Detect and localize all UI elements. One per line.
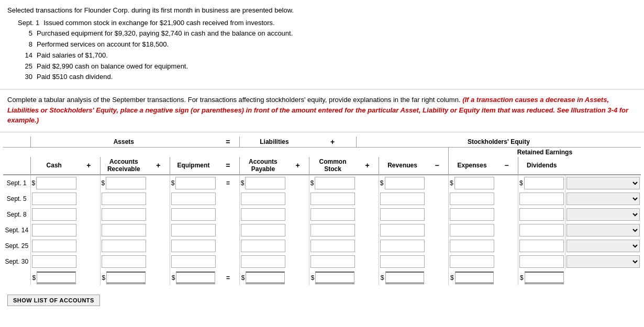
cash-header: Cash [30, 157, 77, 175]
table-section: Assets = Liabilities + Stockholders' Equ… [0, 132, 644, 290]
revenues-input-sept1[interactable] [385, 177, 425, 189]
common-input-sept1[interactable] [315, 177, 355, 189]
ar-input-sept5[interactable] [102, 193, 147, 205]
revenues-input-sept8[interactable] [380, 208, 425, 221]
dividends-total[interactable] [525, 272, 564, 284]
ap-input-sept5[interactable] [241, 193, 286, 205]
expenses-input-sept1[interactable] [454, 177, 495, 189]
expenses-total[interactable] [455, 272, 494, 284]
ap-total[interactable] [246, 272, 285, 284]
equals-op: = [217, 137, 239, 148]
ar-input-sept30[interactable] [102, 255, 147, 268]
equipment-input-sept1[interactable] [175, 177, 216, 189]
cash-input-sept1[interactable] [36, 177, 76, 189]
explanation-select-sept14[interactable] [567, 224, 640, 236]
expenses-input-sept5[interactable] [450, 193, 495, 205]
cash-input-sept5[interactable] [32, 193, 77, 205]
expenses-input-sept25[interactable] [450, 240, 495, 252]
row-label-sept30: Sept. 30 [3, 254, 30, 269]
common-input-sept14[interactable] [310, 224, 356, 236]
assets-header: Assets [30, 137, 217, 148]
expenses-input-sept30[interactable] [450, 255, 495, 268]
list-item: 14 Paid salaries of $1,700. [18, 50, 637, 61]
equipment-input-sept14[interactable] [171, 224, 216, 236]
ar-input-sept14[interactable] [102, 224, 147, 236]
table-row: Sept. 30 [3, 254, 641, 269]
dividends-input-sept8[interactable] [519, 208, 564, 221]
common-input-sept8[interactable] [310, 208, 356, 221]
ar-input-sept1[interactable] [106, 177, 146, 189]
explanation-select-sept25[interactable] [567, 240, 640, 252]
ar-input-sept25[interactable] [102, 240, 147, 252]
equipment-input-sept8[interactable] [171, 208, 216, 221]
intro-section: Selected transactions for Flounder Corp.… [0, 0, 644, 89]
equipment-total[interactable] [176, 272, 215, 284]
table-row: Sept. 1 $ $ $ = $ $ [3, 175, 641, 191]
instruction-text: Complete a tabular analysis of the Septe… [7, 95, 637, 126]
equipment-header: Equipment [170, 157, 217, 175]
plus-op: + [309, 137, 356, 148]
transaction-list: Sept. 1 Issued common stock in exchange … [18, 18, 637, 83]
revenues-input-sept25[interactable] [380, 240, 425, 252]
revenues-header: Revenues [379, 157, 426, 175]
revenues-input-sept14[interactable] [380, 224, 425, 236]
cash-input-sept25[interactable] [32, 240, 77, 252]
ar-header: Accounts Receivable [100, 157, 147, 175]
ap-input-sept25[interactable] [241, 240, 286, 252]
ap-input-sept14[interactable] [241, 224, 286, 236]
cash-input-sept14[interactable] [32, 224, 77, 236]
row-label-sept1: Sept. 1 [3, 175, 30, 191]
intro-line1: Selected transactions for Flounder Corp.… [7, 5, 637, 16]
instruction-warning: (If a transaction causes a decrease in A… [7, 96, 628, 124]
row-label-sept8: Sept. 8 [3, 207, 30, 222]
dividends-header: Dividends [518, 157, 565, 175]
cash-total[interactable] [37, 272, 76, 284]
empty-header [3, 137, 30, 148]
dividends-input-sept5[interactable] [519, 193, 564, 205]
common-input-sept25[interactable] [310, 240, 356, 252]
revenues-total[interactable] [385, 272, 425, 284]
explanation-select-sept5[interactable] [567, 193, 640, 205]
list-item: 30 Paid $510 cash dividend. [18, 72, 637, 83]
list-item: 8 Performed services on account for $18,… [18, 39, 637, 50]
table-row: Sept. 25 [3, 238, 641, 254]
revenues-input-sept30[interactable] [380, 255, 425, 268]
expenses-input-sept8[interactable] [450, 208, 495, 221]
equity-header: Stockholders' Equity [356, 137, 641, 148]
dividends-input-sept1[interactable] [524, 177, 564, 189]
instruction-section: Complete a tabular analysis of the Septe… [0, 89, 644, 132]
list-item: 5 Purchased equipment for $9,320, paying… [18, 28, 637, 39]
table-row: Sept. 5 [3, 191, 641, 207]
equipment-input-sept25[interactable] [171, 240, 216, 252]
cash-input-sept30[interactable] [32, 255, 77, 268]
main-table: Assets = Liabilities + Stockholders' Equ… [3, 137, 641, 285]
dividends-input-sept25[interactable] [519, 240, 564, 252]
common-input-sept5[interactable] [310, 193, 356, 205]
cash-input-sept8[interactable] [32, 208, 77, 221]
expenses-input-sept14[interactable] [450, 224, 495, 236]
explanation-select-sept8[interactable] [567, 208, 640, 221]
totals-row: $ $ $ = $ $ $ [3, 269, 641, 285]
list-item: 25 Paid $2,990 cash on balance owed for … [18, 61, 637, 72]
dividends-input-sept14[interactable] [519, 224, 564, 236]
equipment-input-sept30[interactable] [171, 255, 216, 268]
equipment-input-sept5[interactable] [171, 193, 216, 205]
list-item: Sept. 1 Issued common stock in exchange … [18, 18, 637, 29]
retained-header: Retained Earnings [448, 147, 641, 157]
row-label-sept5: Sept. 5 [3, 191, 30, 207]
explanation-select-sept1[interactable] [567, 177, 640, 189]
explanation-select-sept30[interactable] [567, 255, 640, 268]
expenses-header: Expenses [448, 157, 495, 175]
ap-input-sept1[interactable] [245, 177, 285, 189]
ap-input-sept8[interactable] [241, 208, 286, 221]
ar-total[interactable] [106, 272, 146, 284]
revenues-input-sept5[interactable] [380, 193, 425, 205]
ap-input-sept30[interactable] [241, 255, 286, 268]
common-total[interactable] [315, 272, 354, 284]
dividends-input-sept30[interactable] [519, 255, 564, 268]
show-list-accounts-button[interactable]: Show List of Accounts [7, 295, 100, 306]
row-label-sept14: Sept. 14 [3, 222, 30, 238]
ar-input-sept8[interactable] [102, 208, 147, 221]
common-input-sept30[interactable] [310, 255, 356, 268]
ap-header: Accounts Payable [239, 157, 286, 175]
